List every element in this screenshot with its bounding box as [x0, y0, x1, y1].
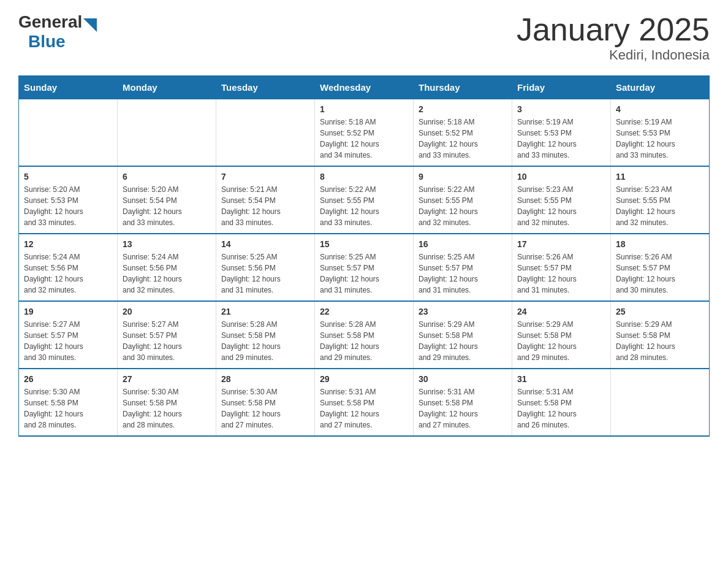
calendar-week-4: 19Sunrise: 5:27 AM Sunset: 5:57 PM Dayli…	[19, 301, 710, 369]
day-number: 29	[320, 374, 408, 384]
calendar-cell: 19Sunrise: 5:27 AM Sunset: 5:57 PM Dayli…	[19, 301, 118, 369]
calendar-cell: 13Sunrise: 5:24 AM Sunset: 5:56 PM Dayli…	[118, 234, 216, 301]
day-info: Sunrise: 5:31 AM Sunset: 5:58 PM Dayligh…	[419, 386, 507, 431]
calendar-cell: 3Sunrise: 5:19 AM Sunset: 5:53 PM Daylig…	[512, 99, 611, 167]
day-header-sunday: Sunday	[19, 76, 118, 99]
calendar-week-2: 5Sunrise: 5:20 AM Sunset: 5:53 PM Daylig…	[19, 166, 710, 234]
day-info: Sunrise: 5:23 AM Sunset: 5:55 PM Dayligh…	[517, 184, 605, 228]
calendar-cell: 18Sunrise: 5:26 AM Sunset: 5:57 PM Dayli…	[611, 234, 710, 301]
day-info: Sunrise: 5:28 AM Sunset: 5:58 PM Dayligh…	[221, 319, 309, 363]
title-section: January 2025 Kediri, Indonesia	[517, 12, 710, 63]
logo-general-text: General	[18, 12, 82, 32]
day-info: Sunrise: 5:22 AM Sunset: 5:55 PM Dayligh…	[320, 184, 408, 228]
calendar-cell: 2Sunrise: 5:18 AM Sunset: 5:52 PM Daylig…	[414, 99, 512, 167]
calendar-cell: 27Sunrise: 5:30 AM Sunset: 5:58 PM Dayli…	[118, 369, 216, 436]
day-number: 30	[419, 374, 507, 384]
calendar-cell: 5Sunrise: 5:20 AM Sunset: 5:53 PM Daylig…	[19, 166, 118, 234]
day-info: Sunrise: 5:20 AM Sunset: 5:54 PM Dayligh…	[123, 184, 211, 228]
day-info: Sunrise: 5:30 AM Sunset: 5:58 PM Dayligh…	[221, 386, 309, 431]
calendar-cell	[118, 99, 216, 167]
day-number: 26	[24, 374, 112, 384]
day-header-tuesday: Tuesday	[216, 76, 315, 99]
day-number: 25	[616, 307, 704, 316]
day-number: 22	[320, 307, 408, 316]
day-number: 8	[320, 172, 408, 182]
day-number: 27	[123, 374, 211, 384]
day-info: Sunrise: 5:24 AM Sunset: 5:56 PM Dayligh…	[123, 251, 211, 296]
day-number: 19	[24, 307, 112, 316]
calendar-cell: 17Sunrise: 5:26 AM Sunset: 5:57 PM Dayli…	[512, 234, 611, 301]
calendar-cell: 9Sunrise: 5:22 AM Sunset: 5:55 PM Daylig…	[414, 166, 512, 234]
calendar-week-3: 12Sunrise: 5:24 AM Sunset: 5:56 PM Dayli…	[19, 234, 710, 301]
day-info: Sunrise: 5:26 AM Sunset: 5:57 PM Dayligh…	[616, 251, 704, 296]
day-header-friday: Friday	[512, 76, 611, 99]
day-header-thursday: Thursday	[414, 76, 512, 99]
day-number: 20	[123, 307, 211, 316]
calendar-cell: 4Sunrise: 5:19 AM Sunset: 5:53 PM Daylig…	[611, 99, 710, 167]
day-header-wednesday: Wednesday	[315, 76, 414, 99]
day-number: 5	[24, 172, 112, 182]
day-info: Sunrise: 5:28 AM Sunset: 5:58 PM Dayligh…	[320, 319, 408, 363]
day-info: Sunrise: 5:21 AM Sunset: 5:54 PM Dayligh…	[221, 184, 309, 228]
calendar-cell: 21Sunrise: 5:28 AM Sunset: 5:58 PM Dayli…	[216, 301, 315, 369]
calendar-cell: 6Sunrise: 5:20 AM Sunset: 5:54 PM Daylig…	[118, 166, 216, 234]
calendar-cell: 11Sunrise: 5:23 AM Sunset: 5:55 PM Dayli…	[611, 166, 710, 234]
day-number: 21	[221, 307, 309, 316]
day-info: Sunrise: 5:26 AM Sunset: 5:57 PM Dayligh…	[517, 251, 605, 296]
calendar-cell: 8Sunrise: 5:22 AM Sunset: 5:55 PM Daylig…	[315, 166, 414, 234]
day-number: 6	[123, 172, 211, 182]
day-header-saturday: Saturday	[611, 76, 710, 99]
day-number: 4	[616, 104, 704, 114]
day-info: Sunrise: 5:25 AM Sunset: 5:57 PM Dayligh…	[419, 251, 507, 296]
svg-marker-0	[83, 18, 97, 32]
day-number: 28	[221, 374, 309, 384]
day-number: 9	[419, 172, 507, 182]
day-info: Sunrise: 5:18 AM Sunset: 5:52 PM Dayligh…	[320, 117, 408, 161]
day-info: Sunrise: 5:27 AM Sunset: 5:57 PM Dayligh…	[24, 319, 112, 363]
calendar-header: SundayMondayTuesdayWednesdayThursdayFrid…	[19, 76, 710, 99]
day-info: Sunrise: 5:23 AM Sunset: 5:55 PM Dayligh…	[616, 184, 704, 228]
calendar-cell: 28Sunrise: 5:30 AM Sunset: 5:58 PM Dayli…	[216, 369, 315, 436]
calendar-cell: 7Sunrise: 5:21 AM Sunset: 5:54 PM Daylig…	[216, 166, 315, 234]
day-number: 2	[419, 104, 507, 114]
day-number: 14	[221, 239, 309, 249]
day-number: 16	[419, 239, 507, 249]
calendar-cell: 25Sunrise: 5:29 AM Sunset: 5:58 PM Dayli…	[611, 301, 710, 369]
calendar-cell: 14Sunrise: 5:25 AM Sunset: 5:56 PM Dayli…	[216, 234, 315, 301]
page-header: General Blue January 2025 Kediri, Indone…	[18, 12, 710, 63]
calendar-cell: 29Sunrise: 5:31 AM Sunset: 5:58 PM Dayli…	[315, 369, 414, 436]
day-number: 1	[320, 104, 408, 114]
calendar-cell	[216, 99, 315, 167]
logo-arrow-icon	[83, 18, 97, 32]
day-number: 15	[320, 239, 408, 249]
day-info: Sunrise: 5:31 AM Sunset: 5:58 PM Dayligh…	[517, 386, 605, 431]
day-number: 10	[517, 172, 605, 182]
day-info: Sunrise: 5:25 AM Sunset: 5:56 PM Dayligh…	[221, 251, 309, 296]
calendar-cell: 24Sunrise: 5:29 AM Sunset: 5:58 PM Dayli…	[512, 301, 611, 369]
calendar-cell: 15Sunrise: 5:25 AM Sunset: 5:57 PM Dayli…	[315, 234, 414, 301]
calendar-cell: 16Sunrise: 5:25 AM Sunset: 5:57 PM Dayli…	[414, 234, 512, 301]
day-info: Sunrise: 5:19 AM Sunset: 5:53 PM Dayligh…	[517, 117, 605, 161]
day-info: Sunrise: 5:24 AM Sunset: 5:56 PM Dayligh…	[24, 251, 112, 296]
day-number: 24	[517, 307, 605, 316]
day-info: Sunrise: 5:22 AM Sunset: 5:55 PM Dayligh…	[419, 184, 507, 228]
calendar-cell	[19, 99, 118, 167]
day-info: Sunrise: 5:25 AM Sunset: 5:57 PM Dayligh…	[320, 251, 408, 296]
day-info: Sunrise: 5:27 AM Sunset: 5:57 PM Dayligh…	[123, 319, 211, 363]
calendar-cell: 20Sunrise: 5:27 AM Sunset: 5:57 PM Dayli…	[118, 301, 216, 369]
day-info: Sunrise: 5:30 AM Sunset: 5:58 PM Dayligh…	[24, 386, 112, 431]
day-info: Sunrise: 5:20 AM Sunset: 5:53 PM Dayligh…	[24, 184, 112, 228]
calendar-cell: 23Sunrise: 5:29 AM Sunset: 5:58 PM Dayli…	[414, 301, 512, 369]
day-number: 7	[221, 172, 309, 182]
calendar-table: SundayMondayTuesdayWednesdayThursdayFrid…	[18, 75, 710, 437]
calendar-cell: 31Sunrise: 5:31 AM Sunset: 5:58 PM Dayli…	[512, 369, 611, 436]
day-info: Sunrise: 5:30 AM Sunset: 5:58 PM Dayligh…	[123, 386, 211, 431]
day-info: Sunrise: 5:29 AM Sunset: 5:58 PM Dayligh…	[419, 319, 507, 363]
day-number: 18	[616, 239, 704, 249]
day-header-monday: Monday	[118, 76, 216, 99]
day-number: 23	[419, 307, 507, 316]
calendar-body: 1Sunrise: 5:18 AM Sunset: 5:52 PM Daylig…	[19, 99, 710, 437]
day-number: 13	[123, 239, 211, 249]
calendar-cell: 26Sunrise: 5:30 AM Sunset: 5:58 PM Dayli…	[19, 369, 118, 436]
calendar-cell	[611, 369, 710, 436]
